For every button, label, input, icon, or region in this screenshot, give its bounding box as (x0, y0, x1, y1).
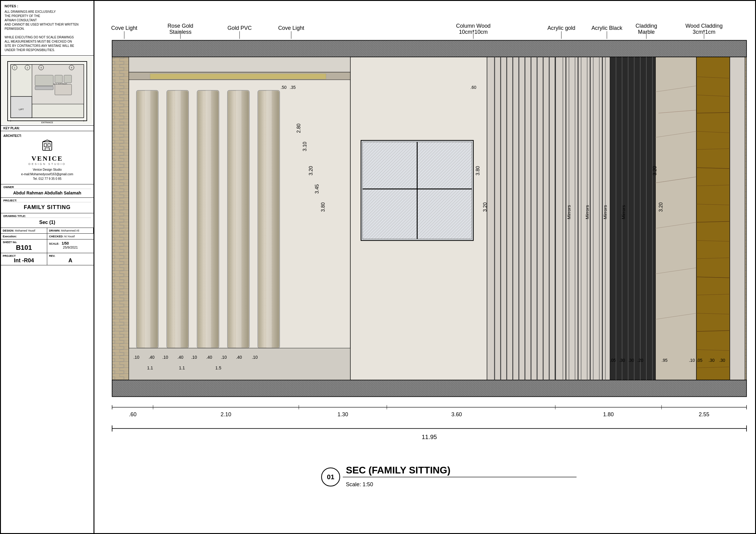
svg-text:.10: .10 (252, 355, 258, 360)
svg-text:Mirrors: Mirrors (603, 205, 608, 219)
svg-text:Acrylic Black: Acrylic Black (591, 25, 623, 31)
checked-name: M.Yousif (64, 235, 75, 238)
notes-title: NOTES : (5, 4, 90, 9)
execution-label: Execution: (3, 235, 17, 238)
project-ref-label: PROJECT (3, 254, 45, 257)
svg-text:1.1: 1.1 (179, 366, 185, 370)
svg-text:3.80: 3.80 (320, 202, 326, 212)
svg-text:3.20: 3.20 (482, 202, 488, 212)
svg-text:.60: .60 (129, 411, 136, 418)
svg-text:Mirrors: Mirrors (621, 205, 626, 219)
logo-icon (40, 140, 55, 155)
project-section: PROJECT: FAMILY SITTING (1, 198, 94, 213)
svg-text:1.5: 1.5 (215, 366, 222, 370)
svg-rect-60 (150, 74, 326, 79)
key-plan-label: KEY PLAN: (1, 126, 94, 131)
project-ref-section: PROJECT Int -R04 REV. A (1, 253, 94, 265)
svg-text:.60: .60 (470, 85, 476, 90)
svg-text:.10: .10 (133, 355, 140, 360)
svg-text:.10: .10 (221, 355, 227, 360)
drawing-title-section: DRAWING TITLE: Sec (1) (1, 213, 94, 228)
svg-text:Mirrors: Mirrors (584, 205, 590, 219)
svg-text:3.10: 3.10 (302, 142, 307, 151)
svg-text:Rose Gold: Rose Gold (168, 23, 193, 29)
drawn-cell: DRAWN: Mohammed Ali (47, 228, 94, 233)
svg-rect-27 (45, 148, 49, 150)
scale-cell: SCALE: 1/50 25/9/2021 (47, 240, 94, 253)
svg-text:.40: .40 (236, 355, 242, 360)
floor-plan-section: LIFT FAMILY SITTING 1 2 3 (1, 56, 94, 126)
svg-text:1: 1 (14, 67, 15, 69)
date-value: 25/9/2021 (49, 245, 92, 249)
project-ref-cell: PROJECT Int -R04 (1, 253, 47, 265)
svg-rect-63 (145, 90, 150, 348)
svg-rect-75 (266, 90, 272, 348)
svg-text:3.80: 3.80 (475, 166, 480, 175)
svg-rect-55 (112, 57, 129, 380)
svg-text:Stainless: Stainless (169, 29, 192, 35)
svg-text:01: 01 (327, 473, 334, 481)
checked-label: CHECKED: (49, 235, 64, 238)
left-panel: NOTES : ALL DRAWINGS ARE EXCLUSIVELY THE… (0, 0, 94, 534)
svg-rect-76 (129, 348, 351, 380)
design-label: DESIGN: (3, 229, 14, 232)
svg-text:.20: .20 (637, 358, 643, 363)
svg-rect-7 (35, 75, 53, 86)
page: NOTES : ALL DRAWINGS ARE EXCLUSIVELY THE… (0, 0, 756, 534)
svg-text:2: 2 (27, 67, 28, 69)
svg-rect-106 (610, 57, 655, 380)
drawn-label: DRAWN: (49, 229, 60, 232)
svg-text:SEC (FAMILY SITTING): SEC (FAMILY SITTING) (346, 465, 450, 475)
svg-text:LIFT: LIFT (19, 108, 24, 111)
svg-text:3.20: 3.20 (308, 166, 313, 175)
main-drawing: Cove Light Rose Gold Stainless Gold PVC … (94, 0, 756, 534)
svg-text:1.1: 1.1 (147, 366, 153, 370)
svg-text:3.60: 3.60 (451, 411, 462, 418)
sheet-section: SHEET No. B101 SCALE: 1/50 25/9/2021 (1, 240, 94, 253)
scale-value: 1/50 (62, 241, 69, 245)
svg-text:Marble: Marble (638, 29, 655, 35)
svg-rect-25 (44, 143, 47, 147)
owner-section: OWNER Abdul Rahman Abdullah Salamah (1, 184, 94, 198)
svg-rect-69 (205, 90, 211, 348)
svg-text:.30: .30 (709, 358, 715, 363)
scale-label: SCALE: (49, 242, 59, 245)
svg-text:Cove Light: Cove Light (111, 25, 137, 31)
svg-text:3.20: 3.20 (652, 166, 657, 175)
svg-text:.35: .35 (290, 85, 296, 90)
svg-text:.10: .10 (191, 355, 197, 360)
architect-label: ARCHITECT: (3, 134, 22, 138)
logo-text-venice: VENICE (31, 155, 63, 163)
checked-cell: CHECKED: M.Yousif (47, 233, 94, 239)
svg-text:1.30: 1.30 (338, 411, 348, 418)
sheet-no-cell: SHEET No. B101 (1, 240, 47, 253)
studio-info: Venice Design Studio e-mail:Mohamedyosef… (21, 167, 73, 181)
svg-text:.10: .10 (162, 355, 169, 360)
studio-email: e-mail:Mohamedyosef163@gmail.com (21, 172, 73, 176)
svg-text:Cove Light: Cove Light (278, 25, 304, 31)
execution-cell: Execution: (1, 233, 47, 239)
svg-text:2.55: 2.55 (699, 411, 709, 418)
svg-rect-66 (175, 90, 181, 348)
studio-tel: Tel. 012 77 9 35 0 85 (21, 176, 73, 181)
svg-rect-9 (55, 75, 63, 83)
studio-name: Venice Design Studio (21, 167, 73, 172)
svg-text:.50: .50 (281, 85, 286, 90)
svg-rect-8 (35, 86, 53, 90)
svg-text:11.95: 11.95 (422, 434, 437, 440)
svg-text:Mirrors: Mirrors (566, 205, 571, 219)
design-drawn-grid: DESIGN: Mohamed Yousif DRAWN: Mohammed A… (1, 228, 94, 240)
project-name: FAMILY SITTING (3, 203, 91, 212)
svg-rect-72 (236, 90, 242, 348)
svg-text:.10: .10 (689, 358, 695, 363)
svg-text:Acrylic gold: Acrylic gold (547, 25, 575, 31)
drawing-title: Sec (1) (3, 218, 91, 226)
svg-rect-114 (656, 57, 697, 380)
project-ref: Int -R04 (3, 257, 45, 264)
svg-rect-53 (112, 380, 746, 397)
svg-text:.30: .30 (619, 358, 625, 363)
svg-text:3cm*1cm: 3cm*1cm (693, 29, 716, 35)
svg-text:3.20: 3.20 (658, 202, 663, 212)
svg-text:Column Wood: Column Wood (456, 23, 490, 29)
svg-text:.40: .40 (206, 355, 212, 360)
